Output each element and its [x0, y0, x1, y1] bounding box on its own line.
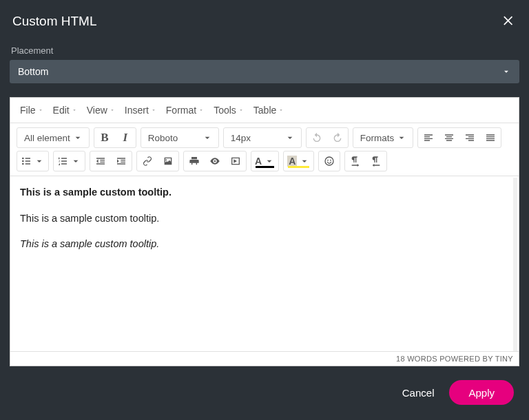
dialog-body: Placement Bottom File Edit View Insert F… — [0, 41, 529, 366]
link-icon — [142, 156, 153, 167]
bg-color-icon: A — [287, 156, 297, 167]
caret-down-icon — [278, 107, 284, 113]
caret-down-icon — [396, 132, 407, 143]
cancel-button[interactable]: Cancel — [402, 387, 435, 399]
menu-format[interactable]: Format — [162, 102, 208, 118]
apply-button[interactable]: Apply — [449, 380, 514, 405]
emoji-button[interactable] — [319, 151, 340, 171]
media-icon — [230, 156, 241, 167]
align-right-icon — [464, 132, 475, 143]
indent-icon — [116, 156, 127, 167]
caret-down-icon — [284, 132, 295, 143]
custom-html-dialog: Custom HTML Placement Bottom File Edit V… — [0, 0, 529, 420]
powered-by: POWERED BY TINY — [439, 355, 513, 363]
placement-value: Bottom — [18, 66, 48, 77]
outdent-button[interactable] — [90, 151, 111, 171]
bold-icon: B — [101, 131, 108, 145]
dialog-title: Custom HTML — [12, 14, 96, 29]
placement-select[interactable]: Bottom — [10, 60, 519, 83]
align-right-button[interactable] — [459, 128, 480, 147]
number-list-icon — [57, 156, 68, 167]
menu-table[interactable]: Table — [249, 102, 288, 118]
style-select[interactable]: All element — [17, 128, 89, 147]
bg-color-button[interactable]: A — [284, 151, 313, 171]
editor-statusbar: 18 WORDS POWERED BY TINY — [10, 351, 519, 366]
italic-icon: I — [123, 131, 127, 145]
word-count: 18 WORDS — [396, 355, 437, 363]
caret-down-icon — [70, 156, 81, 167]
align-center-button[interactable] — [439, 128, 459, 147]
content-line: This is a sample custom tooltip. — [20, 212, 504, 226]
rtl-button[interactable] — [366, 151, 386, 171]
menu-insert[interactable]: Insert — [121, 102, 160, 118]
close-icon[interactable] — [500, 11, 517, 32]
caret-down-icon — [299, 156, 310, 167]
menu-edit[interactable]: Edit — [49, 102, 81, 118]
ltr-icon — [350, 156, 361, 167]
redo-button[interactable] — [327, 128, 348, 147]
smile-icon — [324, 156, 335, 167]
svg-point-4 — [327, 160, 329, 161]
caret-down-icon — [72, 132, 83, 143]
rich-text-editor: File Edit View Insert Format Tools Table… — [10, 97, 519, 366]
align-justify-button[interactable] — [480, 128, 501, 147]
align-center-icon — [444, 132, 455, 143]
caret-down-icon — [202, 132, 213, 143]
text-color-icon: A — [255, 156, 262, 167]
chevron-down-icon — [501, 67, 511, 76]
image-button[interactable] — [158, 151, 178, 171]
text-color-button[interactable]: A — [251, 151, 278, 171]
eye-icon — [209, 156, 220, 167]
rtl-icon — [371, 156, 382, 167]
content-line: This is a sample custom tooltip. — [20, 186, 504, 200]
caret-down-icon — [110, 107, 115, 113]
formats-select[interactable]: Formats — [353, 128, 413, 147]
link-button[interactable] — [137, 151, 158, 171]
svg-point-5 — [330, 160, 331, 161]
print-button[interactable] — [184, 151, 205, 171]
align-left-button[interactable] — [418, 128, 439, 147]
preview-button[interactable] — [205, 151, 225, 171]
menu-file[interactable]: File — [16, 102, 48, 118]
outdent-icon — [95, 156, 106, 167]
undo-button[interactable] — [307, 128, 327, 147]
menu-tools[interactable]: Tools — [209, 102, 248, 118]
svg-point-0 — [22, 158, 24, 160]
svg-point-2 — [22, 163, 24, 165]
number-list-button[interactable] — [54, 151, 85, 171]
print-icon — [189, 156, 200, 167]
ltr-button[interactable] — [345, 151, 366, 171]
menu-view[interactable]: View — [83, 102, 119, 118]
bullet-list-button[interactable] — [17, 151, 48, 171]
caret-down-icon — [151, 107, 156, 113]
italic-button[interactable]: I — [115, 128, 136, 147]
dialog-header: Custom HTML — [0, 0, 529, 41]
editor-menubar: File Edit View Insert Format Tools Table — [10, 98, 519, 123]
content-line: This is a sample custom tooltip. — [20, 238, 504, 251]
placement-label: Placement — [11, 45, 518, 56]
caret-down-icon — [72, 107, 77, 113]
editor-content[interactable]: This is a sample custom tooltip. This is… — [10, 178, 517, 351]
redo-icon — [332, 132, 343, 143]
media-button[interactable] — [225, 151, 246, 171]
align-left-icon — [423, 132, 434, 143]
caret-down-icon — [238, 107, 244, 113]
caret-down-icon — [264, 156, 275, 167]
bold-button[interactable]: B — [94, 128, 115, 147]
caret-down-icon — [34, 156, 45, 167]
font-select[interactable]: Roboto — [141, 128, 218, 147]
bullet-list-icon — [21, 156, 32, 167]
align-justify-icon — [485, 132, 496, 143]
editor-toolbar: All element B I Roboto 14px Formats — [10, 123, 519, 176]
undo-icon — [311, 132, 322, 143]
caret-down-icon — [38, 107, 43, 113]
svg-point-3 — [325, 157, 333, 165]
indent-button[interactable] — [111, 151, 132, 171]
fontsize-select[interactable]: 14px — [224, 128, 301, 147]
caret-down-icon — [198, 107, 204, 113]
svg-point-1 — [22, 160, 24, 162]
image-icon — [163, 156, 174, 167]
dialog-footer: Cancel Apply — [0, 366, 529, 420]
